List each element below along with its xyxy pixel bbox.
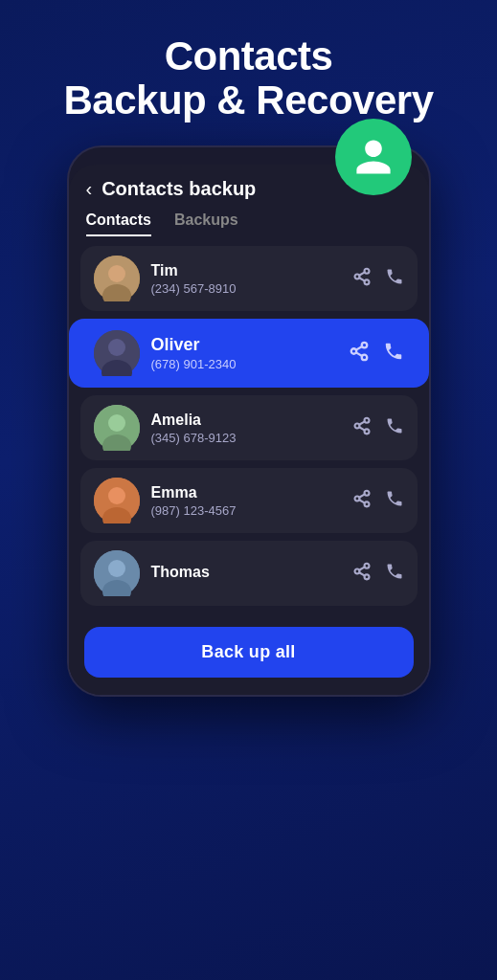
contact-info-emma: Emma (987) 123-4567 <box>151 484 341 518</box>
svg-line-30 <box>359 500 365 502</box>
nav-title: Contacts backup <box>102 178 256 200</box>
phone-container: ‹ Contacts backup Contacts Backups <box>67 145 431 697</box>
tabs-row: Contacts Backups <box>69 208 429 236</box>
svg-line-39 <box>359 567 365 569</box>
contact-name-emma: Emma <box>151 484 341 501</box>
contact-item-thomas[interactable]: Thomas <box>80 541 418 606</box>
contact-actions-oliver <box>349 341 404 367</box>
contact-name-amelia: Amelia <box>151 412 341 429</box>
avatar-amelia <box>94 405 140 451</box>
contact-phone-tim: (234) 567-8910 <box>151 281 341 296</box>
back-button[interactable]: ‹ <box>86 178 93 200</box>
contact-actions-emma <box>352 489 404 513</box>
svg-line-38 <box>359 572 365 575</box>
backup-button-container: Back up all <box>69 615 429 695</box>
title-line-2: Backup & Recovery <box>63 78 433 122</box>
tab-contacts[interactable]: Contacts <box>86 212 151 236</box>
svg-line-7 <box>359 272 365 275</box>
share-icon-amelia[interactable] <box>352 416 372 440</box>
svg-point-1 <box>108 265 125 282</box>
svg-point-25 <box>108 487 125 504</box>
contact-actions-amelia <box>352 416 404 440</box>
phone-frame: ‹ Contacts backup Contacts Backups <box>67 145 431 697</box>
avatar-tim <box>94 256 140 301</box>
share-icon-oliver[interactable] <box>349 341 370 367</box>
contact-info-oliver: Oliver (678) 901-2340 <box>151 335 337 371</box>
tab-backups[interactable]: Backups <box>174 212 238 236</box>
call-icon-tim[interactable] <box>385 267 404 291</box>
call-icon-oliver[interactable] <box>383 341 404 367</box>
phone-screen: ‹ Contacts backup Contacts Backups <box>69 165 429 695</box>
svg-line-14 <box>355 352 361 356</box>
contact-phone-emma: (987) 123-4567 <box>151 503 341 518</box>
call-icon-emma[interactable] <box>385 489 404 513</box>
contact-info-tim: Tim (234) 567-8910 <box>151 262 341 296</box>
svg-line-22 <box>359 427 365 430</box>
share-icon-tim[interactable] <box>352 267 372 291</box>
contact-item-tim[interactable]: Tim (234) 567-8910 <box>80 246 418 311</box>
svg-line-23 <box>359 421 365 424</box>
svg-point-33 <box>108 560 125 577</box>
contact-item-emma[interactable]: Emma (987) 123-4567 <box>80 468 418 533</box>
contact-phone-oliver: (678) 901-2340 <box>151 357 337 371</box>
contact-info-amelia: Amelia (345) 678-9123 <box>151 412 341 445</box>
svg-line-15 <box>355 346 361 350</box>
contact-actions-thomas <box>352 562 404 586</box>
contact-actions-tim <box>352 267 404 291</box>
share-icon-emma[interactable] <box>352 489 372 513</box>
title-line-1: Contacts <box>165 33 333 78</box>
contact-phone-amelia: (345) 678-9123 <box>151 431 341 445</box>
avatar-emma <box>94 478 140 523</box>
contacts-list: Tim (234) 567-8910 <box>69 236 429 615</box>
svg-line-6 <box>359 278 365 280</box>
contact-name-tim: Tim <box>151 262 341 279</box>
contact-name-oliver: Oliver <box>151 335 337 355</box>
backup-all-button[interactable]: Back up all <box>84 627 414 678</box>
avatar-oliver <box>94 330 140 376</box>
svg-line-31 <box>359 494 365 497</box>
avatar-thomas <box>94 550 140 596</box>
svg-point-17 <box>108 414 125 432</box>
contact-item-oliver[interactable]: Oliver (678) 901-2340 <box>69 319 429 388</box>
header-title: Contacts Backup & Recovery <box>63 34 433 122</box>
contact-info-thomas: Thomas <box>151 564 341 583</box>
call-icon-thomas[interactable] <box>385 562 404 586</box>
person-icon <box>352 136 395 178</box>
floating-contact-avatar <box>335 119 412 195</box>
share-icon-thomas[interactable] <box>352 562 372 586</box>
svg-point-9 <box>108 339 125 356</box>
contact-item-amelia[interactable]: Amelia (345) 678-9123 <box>80 395 418 460</box>
call-icon-amelia[interactable] <box>385 416 404 440</box>
contact-name-thomas: Thomas <box>151 564 341 581</box>
